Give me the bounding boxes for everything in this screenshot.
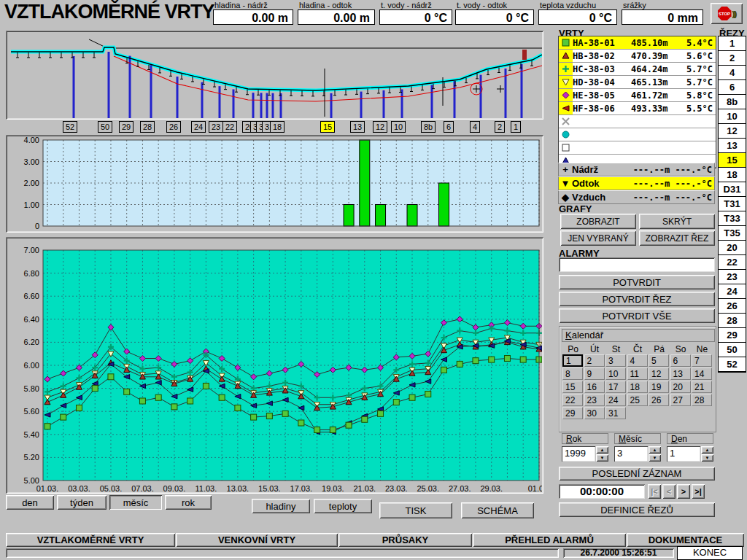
calendar-day-30[interactable]: 30 — [584, 407, 605, 419]
well-position-label-26[interactable]: 26 — [166, 121, 181, 133]
calendar-day-4[interactable]: 4 — [627, 354, 648, 367]
well-position-label-2[interactable]: 2 — [495, 121, 505, 133]
calendar-day-27[interactable]: 27 — [670, 394, 691, 406]
grafy-button-1[interactable]: ZOBRAZIT — [560, 214, 636, 229]
calendar-day-26[interactable]: 26 — [649, 394, 669, 406]
section-item-22[interactable]: 22 — [719, 255, 746, 270]
date-value-Rok[interactable]: 1999 — [562, 446, 595, 462]
spin-down-icon[interactable]: ▼ — [596, 454, 608, 462]
section-item-12[interactable]: 12 — [719, 124, 746, 139]
calendar-day-12[interactable]: 12 — [649, 368, 669, 380]
section-item-24[interactable]: 24 — [719, 284, 746, 299]
section-item-1[interactable]: 1 — [719, 36, 746, 51]
print-button[interactable]: TISK — [379, 502, 452, 518]
period-button-den[interactable]: den — [6, 495, 54, 510]
grafy-button-2[interactable]: SKRÝT — [639, 214, 715, 229]
calendar-day-21[interactable]: 21 — [692, 381, 712, 393]
period-button-rok[interactable]: rok — [165, 495, 212, 510]
period-button-měsíc[interactable]: měsíc — [109, 495, 162, 510]
section-item-28[interactable]: 28 — [719, 314, 746, 328]
well-position-label-52[interactable]: 52 — [63, 121, 77, 133]
section-item-23[interactable]: 23 — [719, 270, 746, 284]
section-item-T35[interactable]: T35 — [719, 226, 746, 241]
legend-row-x-gray[interactable] — [559, 115, 716, 128]
section-item-50[interactable]: 50 — [719, 343, 746, 357]
calendar-day-7[interactable]: 7 — [692, 354, 712, 367]
env-row-Nádrž[interactable]: +Nádrž---.--m ---.-°C — [558, 163, 715, 176]
env-row-Vzduch[interactable]: ◆Vzduch---.--m ---.-°C — [558, 190, 715, 204]
well-position-label-24[interactable]: 24 — [191, 121, 206, 133]
section-item-2[interactable]: 2 — [719, 51, 746, 66]
define-sections-button[interactable]: DEFINICE ŘEZŮ — [559, 502, 715, 517]
well-position-label-18[interactable]: 18 — [270, 121, 285, 133]
section-item-29[interactable]: 29 — [719, 328, 746, 343]
env-row-Odtok[interactable]: ▼Odtok---.--m ---.-°C — [558, 176, 715, 190]
calendar-day-1[interactable]: 1 — [562, 354, 583, 367]
section-item-8b[interactable]: 8b — [719, 95, 746, 109]
mode-button-teploty[interactable]: teploty — [314, 499, 372, 513]
calendar-day-18[interactable]: 18 — [627, 381, 648, 393]
calendar-day-31[interactable]: 31 — [605, 407, 626, 419]
calendar-title[interactable]: Kalendář — [562, 329, 715, 342]
legend-row-square-open[interactable] — [559, 141, 716, 155]
well-row-HC-38-03[interactable]: HC-38-03464.24m5.7°C — [559, 63, 716, 76]
section-item-26[interactable]: 26 — [719, 299, 746, 314]
well-position-label-12[interactable]: 12 — [373, 121, 387, 133]
calendar-day-2[interactable]: 2 — [584, 354, 605, 367]
calendar-day-5[interactable]: 5 — [649, 354, 669, 367]
well-position-label-8b[interactable]: 8b — [421, 121, 436, 133]
spin-up-icon[interactable]: ▲ — [596, 446, 608, 454]
last-record-button[interactable]: POSLEDNÍ ZÁZNAM — [559, 467, 715, 481]
well-position-label-23[interactable]: 23 — [209, 121, 223, 133]
well-row-HE-38-05[interactable]: HE-38-05461.72m5.8°C — [559, 89, 716, 102]
well-position-label-50[interactable]: 50 — [98, 121, 112, 133]
well-position-label-15[interactable]: 15 — [320, 121, 335, 133]
calendar-day-8[interactable]: 8 — [562, 368, 583, 380]
calendar-day-19[interactable]: 19 — [649, 381, 669, 393]
spin-down-icon[interactable]: ▼ — [649, 454, 661, 462]
calendar-day-6[interactable]: 6 — [670, 354, 691, 367]
alarm-button-2[interactable]: POTVRDIT ŘEZ — [559, 292, 715, 306]
well-position-label-22[interactable]: 22 — [222, 121, 237, 133]
calendar-day-10[interactable]: 10 — [605, 368, 626, 380]
calendar-day-15[interactable]: 15 — [562, 381, 583, 393]
section-item-4[interactable]: 4 — [719, 66, 746, 80]
well-position-label-10[interactable]: 10 — [391, 121, 406, 133]
well-row-HA-38-01[interactable]: HA-38-01485.10m5.4°C — [559, 36, 716, 50]
grafy-button-4[interactable]: ZOBRAZIT ŘEZ — [639, 230, 715, 246]
well-position-label-28[interactable]: 28 — [140, 121, 155, 133]
tab-pr-saky[interactable]: PRŮSAKY — [338, 533, 472, 547]
calendar-day-11[interactable]: 11 — [627, 368, 648, 380]
date-value-Den[interactable]: 1 — [667, 446, 700, 462]
legend-row-circle-teal[interactable] — [559, 128, 716, 141]
tab-venkovn-vrty[interactable]: VENKOVNÍ VRTY — [176, 533, 338, 547]
section-item-18[interactable]: 18 — [719, 168, 746, 182]
section-item-13[interactable]: 13 — [719, 139, 746, 153]
date-value-Měsíc[interactable]: 3 — [614, 446, 648, 462]
section-item-10[interactable]: 10 — [719, 109, 746, 124]
alarm-message-input[interactable] — [559, 257, 715, 272]
tab-p-ehled-alarm-[interactable]: PŘEHLED ALARMŮ — [473, 533, 626, 547]
grafy-button-3[interactable]: JEN VYBRANÝ — [560, 230, 636, 246]
calendar-day-17[interactable]: 17 — [605, 381, 626, 393]
section-item-15[interactable]: 15 — [719, 153, 746, 168]
calendar-day-24[interactable]: 24 — [605, 394, 626, 406]
calendar-day-9[interactable]: 9 — [584, 368, 605, 380]
alarm-stop-button[interactable]: STOP ))) — [711, 3, 743, 24]
well-row-HF-38-06[interactable]: HF-38-06493.33m5.5°C — [559, 102, 716, 115]
section-item-20[interactable]: 20 — [719, 241, 746, 255]
section-item-T33[interactable]: T33 — [719, 211, 746, 226]
section-item-6[interactable]: 6 — [719, 80, 746, 95]
record-nav-button-4[interactable]: >| — [692, 484, 705, 499]
well-position-label-29[interactable]: 29 — [119, 121, 133, 133]
well-position-label-6[interactable]: 6 — [444, 121, 454, 133]
calendar-day-14[interactable]: 14 — [692, 368, 712, 380]
mode-button-hladiny[interactable]: hladiny — [252, 499, 310, 513]
calendar-day-16[interactable]: 16 — [584, 381, 605, 393]
quit-button[interactable]: KONEC — [677, 546, 743, 560]
alarm-button-3[interactable]: POTVRDIT VŠE — [559, 308, 715, 323]
well-position-label-4[interactable]: 4 — [470, 121, 480, 133]
calendar-day-29[interactable]: 29 — [562, 407, 583, 419]
calendar-day-25[interactable]: 25 — [627, 394, 648, 406]
spin-up-icon[interactable]: ▲ — [649, 446, 661, 454]
